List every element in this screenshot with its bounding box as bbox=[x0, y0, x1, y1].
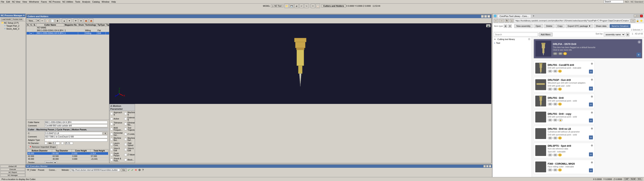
toolbar-icon-5[interactable]: ↪ bbox=[304, 4, 308, 8]
back-btn[interactable]: ← bbox=[494, 19, 498, 22]
motion-item-14[interactable]: High Speed bbox=[124, 142, 135, 147]
toolbar-icon-6[interactable]: ✂ bbox=[311, 4, 315, 8]
menu-catalog[interactable]: Catalog bbox=[92, 0, 100, 3]
copy-btn[interactable]: Copy bbox=[556, 24, 565, 28]
tag-3d-cp[interactable]: 3D bbox=[553, 70, 558, 72]
menu-faces[interactable]: Faces bbox=[41, 0, 47, 3]
ext-params-tab[interactable]: Motion Param. bbox=[72, 128, 87, 131]
motion-item-15[interactable]: View & Edit bbox=[110, 147, 124, 152]
tag-2d-sp[interactable]: 2D bbox=[548, 154, 552, 156]
monitor-check-btn[interactable]: ✓ bbox=[128, 168, 130, 172]
gun-drill-card[interactable]: DRLFSGP - Gun drill Mitsubishi gun drill… bbox=[534, 77, 595, 92]
tag-a-gd[interactable]: A bbox=[558, 88, 562, 90]
move-up-icon[interactable]: ▲ bbox=[62, 18, 66, 23]
motion-item-1[interactable]: Approach & bbox=[110, 111, 124, 116]
view-icon[interactable]: 👁 bbox=[74, 18, 78, 23]
tag-2d-nl[interactable]: 2D bbox=[548, 137, 552, 140]
tag-2d-d1[interactable]: 2D bbox=[548, 103, 552, 106]
motion-item-2[interactable]: Machining & bbox=[124, 111, 135, 116]
toolbar-icon-7[interactable]: 📋 bbox=[316, 4, 320, 8]
add-filters-btn[interactable]: Add filters bbox=[539, 32, 553, 36]
sort-by-select[interactable]: assembly name bbox=[604, 32, 625, 36]
motion-item-8[interactable]: Tool Trajectori... bbox=[124, 126, 135, 132]
cut-icon[interactable]: ✂ bbox=[40, 18, 44, 23]
pocket-hole-btn[interactable]: Pocket Hole bbox=[12, 18, 23, 21]
table-row[interactable]: B60.1-0350-028A1-GH K.BF4 1 Milling Flat… bbox=[27, 29, 109, 32]
motion-item-20[interactable]: Block... bbox=[124, 157, 135, 162]
send-to-cimatron-btn[interactable]: Send to Cimatron bbox=[610, 24, 631, 28]
home-btn[interactable]: ⌂ bbox=[510, 19, 514, 22]
motion-item-19[interactable]: Shank & Hold... bbox=[110, 157, 124, 162]
featured-tool-card[interactable]: DRLFIA - D570 Drill This item has been f… bbox=[534, 39, 642, 58]
monitor-check2-btn[interactable]: ✓ bbox=[131, 168, 134, 172]
tag-2d-gd[interactable]: 2D bbox=[548, 88, 552, 90]
motion-item-12[interactable]: Machine Def... bbox=[124, 137, 135, 142]
featured-add-btn[interactable]: + bbox=[636, 53, 641, 57]
share-data-btn[interactable]: Share data bbox=[594, 24, 609, 28]
nc-tool-btn[interactable]: ▷ NC Tool bbox=[271, 4, 283, 8]
motion-item-16[interactable]: View & Edit bbox=[124, 147, 135, 152]
tag-3d-dc[interactable]: 3D bbox=[553, 119, 558, 122]
cutter-edit-btn[interactable]: ⚙ bbox=[103, 132, 108, 135]
new-assembly-btn[interactable]: New assembly bbox=[514, 24, 533, 28]
motion-item-7[interactable]: Multi Frequen... bbox=[110, 126, 124, 132]
tag-2d-dc[interactable]: 2D bbox=[548, 119, 552, 122]
grid-view-btn[interactable]: ⊞ bbox=[626, 32, 630, 36]
coroplus-tool-card[interactable]: DRLF5S - CoroBT0 drill Drill with symmet… bbox=[534, 61, 595, 75]
motion-item-18[interactable]: Z Values bbox=[124, 152, 135, 157]
address-input[interactable] bbox=[514, 19, 630, 22]
menu-edit[interactable]: Edit bbox=[6, 0, 10, 3]
tag-3d[interactable]: 3D bbox=[558, 52, 563, 55]
new-cutter-btn[interactable]: New... bbox=[27, 19, 36, 22]
table-row[interactable]: 40.000 40.000 0.000 -21.641 bbox=[28, 158, 108, 160]
tag-a-cp[interactable]: A bbox=[558, 70, 562, 72]
win-close-btn[interactable]: ✕ bbox=[640, 14, 643, 17]
fit-min-input[interactable] bbox=[53, 142, 60, 144]
cutter-name-input[interactable] bbox=[44, 121, 108, 124]
tag-3d-d1[interactable]: 3D bbox=[553, 103, 558, 106]
table-row[interactable]: 63.500 63.500 0.000 57.000 bbox=[28, 155, 108, 158]
execute-btn[interactable]: Execute bbox=[0, 168, 25, 171]
cutters-holders-btn[interactable]: Cutters and Holders bbox=[322, 4, 346, 8]
menu-wireframe[interactable]: Wireframe bbox=[29, 0, 39, 3]
drlf5s-nolb-card[interactable]: DRLF5S - Drill no LB Cylindrical drill w… bbox=[534, 126, 595, 141]
add-drlf5s-copy-btn[interactable]: + bbox=[589, 118, 593, 122]
stock-add-item[interactable]: 🔹 Stock_Add_3 bbox=[0, 27, 25, 30]
f360-card[interactable]: F360 - COROMILL MH20 Face milling cutter… bbox=[534, 160, 595, 174]
tag-a-d1[interactable]: A bbox=[558, 103, 562, 106]
add-item-btn[interactable]: + Tool bbox=[492, 41, 532, 45]
dialog-minimize-btn[interactable]: _ bbox=[481, 15, 484, 18]
lib-info-btn[interactable]: ⓘ bbox=[528, 38, 530, 40]
motion-item-11[interactable]: Machine Bot... bbox=[110, 137, 124, 142]
move-down-icon[interactable]: ▼ bbox=[67, 18, 72, 23]
menu-nc-utilities[interactable]: NC Utilities bbox=[62, 0, 73, 3]
tag-a-nl[interactable]: A bbox=[558, 137, 562, 140]
remove-imported-shape-btn[interactable]: ✕ Remove Imported Shape bbox=[28, 145, 57, 148]
refresh-btn[interactable]: ↻ bbox=[505, 19, 509, 22]
add-drlf5s-nolb-btn[interactable]: + bbox=[589, 136, 593, 140]
toolbar-icon-2[interactable]: 💾 bbox=[290, 4, 294, 8]
add-tab-btn[interactable]: + bbox=[532, 14, 536, 18]
import-icon[interactable]: 📥 bbox=[84, 18, 88, 23]
motion-params-tab[interactable]: Cycle Param. bbox=[57, 128, 70, 131]
delete-btn[interactable]: Delete bbox=[544, 24, 554, 28]
monitor-help-btn[interactable]: ? bbox=[142, 168, 144, 172]
add-spot-drill-btn[interactable]: + bbox=[589, 152, 593, 156]
settings-icon[interactable]: ⚙ bbox=[79, 18, 83, 23]
export-icon[interactable]: 📤 bbox=[89, 18, 93, 23]
export-gtc-btn[interactable]: Export GTC package ▼ bbox=[566, 24, 593, 28]
spot-drill-card[interactable]: DRLSPTS - Spot drill from old reference … bbox=[534, 143, 595, 158]
menu-file[interactable]: File bbox=[1, 0, 4, 3]
tag-3d-gd[interactable]: 3D bbox=[553, 88, 558, 90]
tag-2d[interactable]: 2D bbox=[553, 52, 558, 55]
nc-manager-btn[interactable]: NC Manager bbox=[0, 174, 25, 177]
load-model-btn[interactable]: Load Model bbox=[1, 18, 12, 21]
motion-item-13[interactable]: Layers Cont... bbox=[110, 142, 124, 147]
dialog-maximize-btn[interactable]: □ bbox=[484, 15, 487, 18]
motion-item-5[interactable]: Tolerance # bbox=[110, 121, 124, 126]
motion-item-9[interactable]: Horizontal Del... bbox=[110, 132, 124, 137]
tag-3d-nl[interactable]: 3D bbox=[553, 137, 558, 140]
cutting-tool-library-item[interactable]: ✂ Cutting tool library ⓘ bbox=[492, 37, 532, 41]
nc-setup-item[interactable]: 📁 NC Setup (2 P) bbox=[0, 21, 25, 24]
fit-dia-checkbox[interactable] bbox=[44, 142, 47, 144]
